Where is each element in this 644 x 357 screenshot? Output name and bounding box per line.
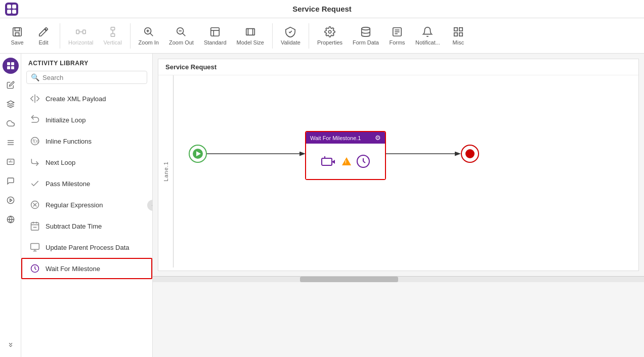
- svg-line-15: [183, 33, 186, 36]
- svg-rect-16: [211, 27, 220, 36]
- standard-button[interactable]: Standard: [200, 24, 231, 48]
- canvas-scrollbar-thumb[interactable]: [300, 277, 398, 282]
- svg-rect-0: [13, 27, 22, 36]
- iconbar-layers-btn[interactable]: [3, 96, 19, 112]
- svg-point-44: [7, 197, 14, 203]
- activity-body: [306, 144, 385, 179]
- iconbar-top: [3, 58, 19, 334]
- lib-item-subtract-date[interactable]: Subtract Date Time: [21, 215, 152, 237]
- activity-header: Wait For Milestone.1 ⚙: [306, 132, 385, 144]
- svg-rect-33: [11, 62, 14, 65]
- milestone-icon: [321, 153, 337, 169]
- page-title: Service Request: [292, 5, 352, 13]
- model-size-button[interactable]: Model Size: [233, 24, 268, 48]
- main-area: ACTIVITY LIBRARY 🔍 Create XML Payload In…: [0, 54, 644, 357]
- misc-button[interactable]: Misc: [446, 24, 470, 48]
- end-inner: [465, 149, 475, 158]
- horizontal-button[interactable]: Horizontal: [64, 24, 98, 48]
- divider-3: [272, 23, 273, 49]
- end-node[interactable]: [461, 145, 479, 163]
- svg-rect-19: [246, 28, 254, 35]
- lane: Lane.1: [158, 75, 174, 267]
- lib-icon-pass-milestone: [29, 178, 40, 189]
- canvas-scrollbar[interactable]: [153, 276, 644, 282]
- warning-triangle: [342, 157, 351, 165]
- iconbar-cloud-btn[interactable]: [3, 115, 19, 131]
- lib-item-xml[interactable]: Create XML Payload: [21, 88, 152, 109]
- edit-button[interactable]: Edit: [31, 24, 56, 48]
- iconbar-video-btn[interactable]: [3, 192, 19, 208]
- lib-item-regex[interactable]: Regular Expression: [21, 194, 152, 215]
- zoom-in-button[interactable]: Zoom In: [135, 24, 163, 48]
- svg-text:f(x): f(x): [33, 139, 39, 144]
- iconbar-wp-btn[interactable]: [3, 211, 19, 228]
- notifications-button[interactable]: Notificat...: [411, 24, 444, 48]
- lib-icon-wait-milestone: [29, 263, 40, 274]
- lib-item-label: Regular Expression: [46, 201, 103, 209]
- diagram-content: Wait For Milestone.1 ⚙: [174, 75, 638, 267]
- lib-item-label: Inline Functions: [46, 138, 92, 145]
- warning-indicator: [342, 157, 351, 165]
- validate-button[interactable]: Validate: [277, 24, 305, 48]
- canvas-container: Service Request Lane.1: [158, 59, 639, 271]
- divider-4: [309, 23, 309, 49]
- activity-settings-icon[interactable]: ⚙: [375, 134, 381, 142]
- library-list: Create XML Payload Initialize Loop f(x) …: [21, 88, 152, 357]
- lib-item-loop-init[interactable]: Initialize Loop: [21, 109, 152, 130]
- sidebar: ACTIVITY LIBRARY 🔍 Create XML Payload In…: [21, 54, 153, 357]
- canvas-area[interactable]: Service Request Lane.1: [153, 54, 644, 357]
- lib-icon-regex: [29, 199, 40, 210]
- start-node[interactable]: [189, 145, 207, 163]
- lib-item-next-loop[interactable]: Next Loop: [21, 152, 152, 173]
- svg-rect-31: [459, 32, 462, 35]
- form-data-button[interactable]: Form Data: [349, 24, 383, 48]
- lib-item-label: Subtract Date Time: [46, 222, 102, 230]
- svg-rect-1: [15, 27, 19, 30]
- lib-icon-subtract-date: [29, 220, 40, 232]
- svg-line-72: [363, 161, 365, 163]
- svg-rect-4: [82, 30, 85, 33]
- iconbar-id-btn[interactable]: [3, 154, 19, 170]
- diagram-arrows: [174, 75, 638, 267]
- svg-rect-3: [76, 30, 79, 33]
- lib-item-pass-milestone[interactable]: Pass Milestone: [21, 173, 152, 194]
- search-input[interactable]: [42, 74, 143, 81]
- lib-item-update-parent[interactable]: Update Parent Process Data: [21, 237, 152, 258]
- lib-item-label: Create XML Payload: [46, 95, 106, 103]
- svg-rect-67: [322, 158, 332, 165]
- forms-button[interactable]: Forms: [385, 24, 409, 48]
- save-button[interactable]: Save: [5, 24, 29, 48]
- svg-rect-30: [454, 32, 457, 35]
- vertical-button[interactable]: Vertical: [100, 24, 126, 48]
- zoom-out-button[interactable]: Zoom Out: [165, 24, 198, 48]
- lib-item-label: Wait For Milestone: [46, 265, 100, 273]
- play-icon: [196, 151, 201, 156]
- canvas-diagram[interactable]: Lane.1: [158, 75, 638, 267]
- lib-item-wait-milestone[interactable]: Wait For Milestone: [21, 258, 152, 279]
- svg-line-63: [35, 269, 36, 270]
- properties-button[interactable]: Properties: [313, 24, 347, 48]
- activity-box[interactable]: Wait For Milestone.1 ⚙: [305, 131, 386, 180]
- app-icon: [5, 3, 18, 16]
- activity-title: Wait For Milestone.1: [310, 135, 361, 141]
- svg-rect-53: [31, 222, 39, 230]
- svg-rect-29: [459, 27, 462, 30]
- iconbar-edit-btn[interactable]: [3, 77, 19, 93]
- svg-point-22: [328, 30, 331, 33]
- svg-rect-7: [111, 33, 114, 36]
- clock-icon: [356, 154, 370, 168]
- svg-rect-58: [31, 244, 39, 250]
- lib-item-label: Initialize Loop: [46, 116, 86, 124]
- svg-rect-32: [7, 62, 10, 65]
- toolbar: Save Edit Horizontal Vertical Zoom In Zo…: [0, 18, 644, 54]
- iconbar-bottom: [3, 337, 19, 353]
- svg-rect-34: [7, 66, 10, 69]
- lib-item-function[interactable]: f(x) Inline Functions: [21, 130, 152, 152]
- iconbar-chat-btn[interactable]: [3, 173, 19, 189]
- iconbar-grid-btn[interactable]: [3, 58, 19, 74]
- lib-icon-function: f(x): [29, 136, 40, 147]
- iconbar-list-btn[interactable]: [3, 135, 19, 151]
- search-box[interactable]: 🔍: [26, 71, 147, 84]
- start-inner: [193, 149, 203, 159]
- iconbar-chevron-btn[interactable]: [3, 337, 19, 353]
